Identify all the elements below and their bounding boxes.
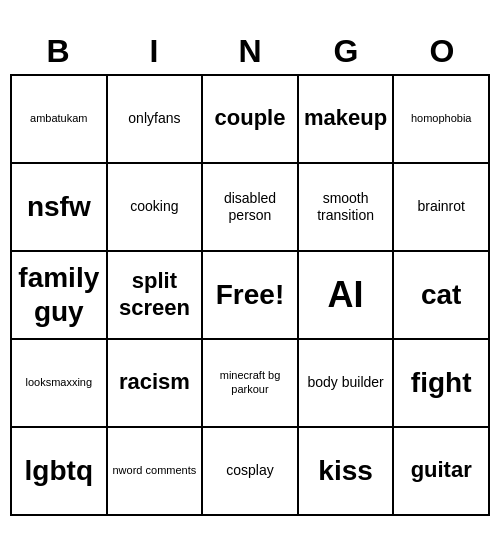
- bingo-cell-17: minecraft bg parkour: [203, 340, 299, 428]
- cell-text-17: minecraft bg parkour: [207, 369, 293, 395]
- cell-text-10: family guy: [16, 261, 102, 328]
- bingo-cell-2: couple: [203, 76, 299, 164]
- bingo-cell-6: cooking: [108, 164, 204, 252]
- bingo-cell-23: kiss: [299, 428, 395, 516]
- bingo-cell-9: brainrot: [394, 164, 490, 252]
- bingo-cell-18: body builder: [299, 340, 395, 428]
- bingo-cell-16: racism: [108, 340, 204, 428]
- cell-text-9: brainrot: [417, 198, 464, 215]
- bingo-cell-21: nword comments: [108, 428, 204, 516]
- cell-text-8: smooth transition: [303, 190, 389, 224]
- cell-text-0: ambatukam: [30, 112, 87, 125]
- cell-text-15: looksmaxxing: [25, 376, 92, 389]
- bingo-cell-24: guitar: [394, 428, 490, 516]
- cell-text-18: body builder: [307, 374, 383, 391]
- cell-text-16: racism: [119, 369, 190, 395]
- bingo-cell-7: disabled person: [203, 164, 299, 252]
- bingo-grid: ambatukamonlyfanscouplemakeuphomophobian…: [10, 74, 490, 516]
- bingo-cell-20: lgbtq: [12, 428, 108, 516]
- bingo-cell-4: homophobia: [394, 76, 490, 164]
- header-b: B: [10, 29, 106, 74]
- cell-text-3: makeup: [304, 105, 387, 131]
- cell-text-1: onlyfans: [128, 110, 180, 127]
- bingo-cell-12: Free!: [203, 252, 299, 340]
- bingo-cell-15: looksmaxxing: [12, 340, 108, 428]
- bingo-cell-10: family guy: [12, 252, 108, 340]
- cell-text-20: lgbtq: [25, 454, 93, 488]
- cell-text-23: kiss: [318, 454, 373, 488]
- cell-text-12: Free!: [216, 278, 284, 312]
- bingo-header: B I N G O: [10, 29, 490, 74]
- cell-text-19: fight: [411, 366, 472, 400]
- bingo-card: B I N G O ambatukamonlyfanscouplemakeuph…: [10, 29, 490, 516]
- bingo-cell-11: split screen: [108, 252, 204, 340]
- header-i: I: [106, 29, 202, 74]
- cell-text-2: couple: [215, 105, 286, 131]
- bingo-cell-13: AI: [299, 252, 395, 340]
- bingo-cell-19: fight: [394, 340, 490, 428]
- cell-text-21: nword comments: [113, 464, 197, 477]
- cell-text-11: split screen: [112, 268, 198, 321]
- cell-text-5: nsfw: [27, 190, 91, 224]
- bingo-cell-14: cat: [394, 252, 490, 340]
- cell-text-4: homophobia: [411, 112, 472, 125]
- cell-text-22: cosplay: [226, 462, 273, 479]
- bingo-cell-3: makeup: [299, 76, 395, 164]
- bingo-cell-1: onlyfans: [108, 76, 204, 164]
- bingo-cell-0: ambatukam: [12, 76, 108, 164]
- cell-text-24: guitar: [411, 457, 472, 483]
- bingo-cell-8: smooth transition: [299, 164, 395, 252]
- bingo-cell-5: nsfw: [12, 164, 108, 252]
- bingo-cell-22: cosplay: [203, 428, 299, 516]
- header-n: N: [202, 29, 298, 74]
- cell-text-13: AI: [328, 273, 364, 316]
- header-o: O: [394, 29, 490, 74]
- header-g: G: [298, 29, 394, 74]
- cell-text-6: cooking: [130, 198, 178, 215]
- cell-text-14: cat: [421, 278, 461, 312]
- cell-text-7: disabled person: [207, 190, 293, 224]
